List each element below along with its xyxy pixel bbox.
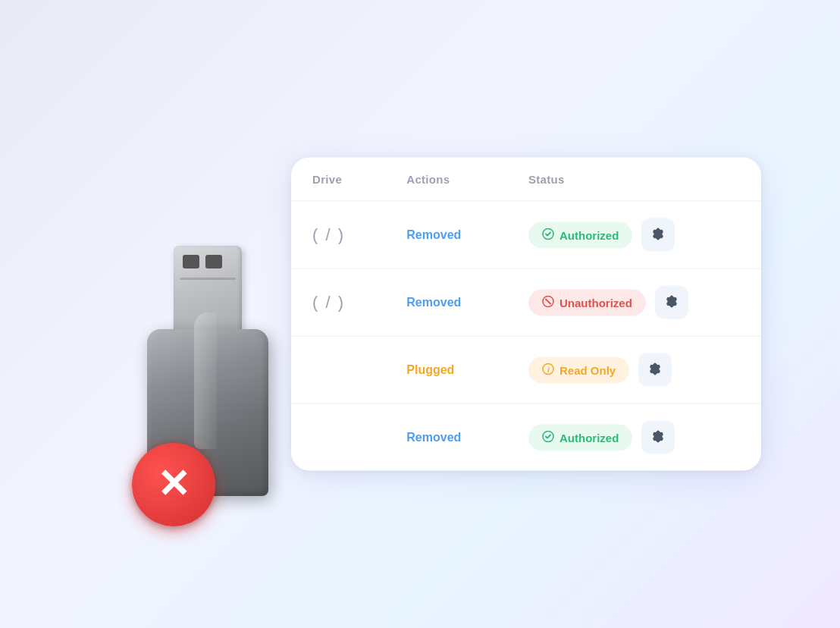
status-wrapper: Unauthorized: [528, 286, 740, 319]
status-icon: [542, 228, 554, 242]
action-label: Removed: [406, 296, 461, 309]
status-wrapper: iRead Only: [528, 353, 740, 387]
action-cell: Removed: [385, 201, 507, 268]
status-text: Authorized: [559, 228, 619, 241]
table-row: RemovedAuthorized: [291, 403, 761, 471]
col-drive: Drive: [291, 158, 385, 202]
col-actions: Actions: [385, 158, 507, 202]
settings-button[interactable]: [641, 218, 675, 252]
usb-highlight: [194, 312, 217, 449]
settings-button[interactable]: [655, 286, 688, 319]
drive-table-card: Drive Actions Status ( / )RemovedAuthori…: [291, 158, 761, 471]
status-icon: [542, 295, 554, 309]
status-text: Read Only: [559, 363, 616, 376]
table-header-row: Drive Actions Status: [291, 158, 761, 202]
svg-text:i: i: [547, 365, 550, 373]
drive-table: Drive Actions Status ( / )RemovedAuthori…: [291, 158, 761, 471]
usb-illustration: [102, 268, 329, 542]
action-label: Plugged: [406, 363, 454, 376]
table-row: ( / )RemovedUnauthorized: [291, 268, 761, 336]
drive-cell: ( / ): [291, 201, 385, 268]
col-status: Status: [507, 158, 761, 202]
red-x-badge: [132, 443, 215, 526]
status-badge: Unauthorized: [528, 289, 646, 316]
status-icon: i: [542, 363, 554, 377]
status-wrapper: Authorized: [528, 421, 740, 454]
status-icon: [542, 430, 554, 444]
status-cell: Authorized: [507, 403, 761, 471]
status-cell: Authorized: [507, 201, 761, 268]
action-cell: Removed: [385, 268, 507, 336]
settings-button[interactable]: [641, 421, 675, 454]
status-badge: Authorized: [528, 221, 632, 248]
status-badge: iRead Only: [528, 356, 629, 383]
status-text: Authorized: [559, 431, 619, 444]
table-row: ( / )RemovedAuthorized: [291, 201, 761, 268]
settings-button[interactable]: [638, 353, 672, 387]
status-text: Unauthorized: [559, 296, 632, 309]
action-label: Removed: [406, 228, 461, 241]
action-label: Removed: [406, 431, 461, 444]
drive-label: ( / ): [312, 225, 345, 244]
scene: Drive Actions Status ( / )RemovedAuthori…: [79, 41, 761, 587]
svg-line-2: [546, 299, 550, 303]
action-cell: Removed: [385, 403, 507, 471]
status-cell: Unauthorized: [507, 268, 761, 336]
status-badge: Authorized: [528, 424, 632, 451]
table-row: PluggediRead Only: [291, 336, 761, 403]
status-wrapper: Authorized: [528, 218, 740, 252]
action-cell: Plugged: [385, 336, 507, 403]
status-cell: iRead Only: [507, 336, 761, 403]
